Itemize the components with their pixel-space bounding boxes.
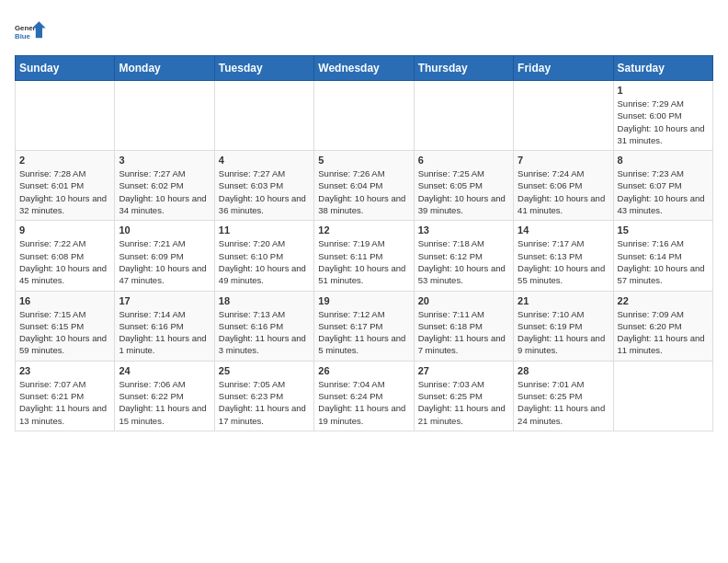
day-info: Sunrise: 7:23 AM Sunset: 6:07 PM Dayligh… [618,167,709,216]
day-number: 2 [19,155,110,166]
calendar-cell: 26Sunrise: 7:04 AM Sunset: 6:24 PM Dayli… [314,361,414,431]
weekday-header-sunday: Sunday [16,56,115,81]
day-number: 4 [219,155,310,166]
day-info: Sunrise: 7:21 AM Sunset: 6:09 PM Dayligh… [119,237,210,286]
day-info: Sunrise: 7:05 AM Sunset: 6:23 PM Dayligh… [219,378,310,427]
day-number: 10 [119,224,210,236]
day-info: Sunrise: 7:20 AM Sunset: 6:10 PM Dayligh… [219,237,310,286]
weekday-header-thursday: Thursday [414,56,513,81]
day-info: Sunrise: 7:09 AM Sunset: 6:20 PM Dayligh… [618,308,709,357]
calendar-cell: 21Sunrise: 7:10 AM Sunset: 6:19 PM Dayli… [514,291,613,361]
week-row-4: 23Sunrise: 7:07 AM Sunset: 6:21 PM Dayli… [16,361,713,431]
day-info: Sunrise: 7:27 AM Sunset: 6:02 PM Dayligh… [119,167,210,216]
day-number: 8 [618,155,709,166]
day-info: Sunrise: 7:28 AM Sunset: 6:01 PM Dayligh… [19,167,110,216]
day-info: Sunrise: 7:07 AM Sunset: 6:21 PM Dayligh… [19,378,110,427]
calendar-cell: 14Sunrise: 7:17 AM Sunset: 6:13 PM Dayli… [514,221,613,291]
week-row-2: 9Sunrise: 7:22 AM Sunset: 6:08 PM Daylig… [16,221,713,291]
weekday-header-tuesday: Tuesday [214,56,313,81]
day-info: Sunrise: 7:16 AM Sunset: 6:14 PM Dayligh… [618,237,709,286]
calendar-cell: 5Sunrise: 7:26 AM Sunset: 6:04 PM Daylig… [314,151,414,221]
day-number: 28 [518,365,609,376]
weekday-header-row: SundayMondayTuesdayWednesdayThursdayFrid… [16,56,713,81]
day-number: 16 [19,295,110,306]
day-number: 26 [318,365,409,376]
calendar-cell: 13Sunrise: 7:18 AM Sunset: 6:12 PM Dayli… [414,221,513,291]
day-info: Sunrise: 7:06 AM Sunset: 6:22 PM Dayligh… [119,378,210,427]
calendar-cell [214,81,313,151]
calendar-cell [514,81,613,151]
calendar-cell: 17Sunrise: 7:14 AM Sunset: 6:16 PM Dayli… [115,291,214,361]
calendar-cell: 16Sunrise: 7:15 AM Sunset: 6:15 PM Dayli… [16,291,115,361]
day-info: Sunrise: 7:17 AM Sunset: 6:13 PM Dayligh… [518,237,609,286]
calendar-cell: 9Sunrise: 7:22 AM Sunset: 6:08 PM Daylig… [16,221,115,291]
day-number: 5 [318,155,409,166]
day-number: 12 [318,224,409,236]
calendar-cell: 22Sunrise: 7:09 AM Sunset: 6:20 PM Dayli… [613,291,712,361]
week-row-3: 16Sunrise: 7:15 AM Sunset: 6:15 PM Dayli… [16,291,713,361]
calendar-cell: 23Sunrise: 7:07 AM Sunset: 6:21 PM Dayli… [16,361,115,431]
day-info: Sunrise: 7:27 AM Sunset: 6:03 PM Dayligh… [219,167,310,216]
day-info: Sunrise: 7:13 AM Sunset: 6:16 PM Dayligh… [219,308,310,357]
day-number: 23 [19,365,110,376]
calendar-cell [414,81,513,151]
day-number: 25 [219,365,310,376]
calendar-cell: 2Sunrise: 7:28 AM Sunset: 6:01 PM Daylig… [16,151,115,221]
day-info: Sunrise: 7:12 AM Sunset: 6:17 PM Dayligh… [318,308,409,357]
day-number: 21 [518,295,609,306]
logo: GeneralBlue [15,15,51,48]
day-info: Sunrise: 7:11 AM Sunset: 6:18 PM Dayligh… [418,308,509,357]
day-info: Sunrise: 7:29 AM Sunset: 6:00 PM Dayligh… [618,98,709,146]
day-info: Sunrise: 7:03 AM Sunset: 6:25 PM Dayligh… [418,378,509,427]
day-number: 27 [418,365,509,376]
day-number: 7 [518,155,609,166]
day-number: 9 [19,224,110,236]
calendar-cell: 3Sunrise: 7:27 AM Sunset: 6:02 PM Daylig… [115,151,214,221]
calendar-cell [613,361,712,431]
calendar-cell: 25Sunrise: 7:05 AM Sunset: 6:23 PM Dayli… [214,361,313,431]
day-info: Sunrise: 7:04 AM Sunset: 6:24 PM Dayligh… [318,378,409,427]
day-number: 15 [618,224,709,236]
calendar-cell: 19Sunrise: 7:12 AM Sunset: 6:17 PM Dayli… [314,291,414,361]
day-info: Sunrise: 7:24 AM Sunset: 6:06 PM Dayligh… [518,167,609,216]
weekday-header-saturday: Saturday [613,56,712,81]
calendar-cell: 4Sunrise: 7:27 AM Sunset: 6:03 PM Daylig… [214,151,313,221]
day-number: 18 [219,295,310,306]
calendar-cell: 27Sunrise: 7:03 AM Sunset: 6:25 PM Dayli… [414,361,513,431]
calendar-cell: 1Sunrise: 7:29 AM Sunset: 6:00 PM Daylig… [613,81,712,151]
calendar-cell: 11Sunrise: 7:20 AM Sunset: 6:10 PM Dayli… [214,221,313,291]
day-number: 19 [318,295,409,306]
day-info: Sunrise: 7:15 AM Sunset: 6:15 PM Dayligh… [19,308,110,357]
day-number: 20 [418,295,509,306]
calendar-cell: 7Sunrise: 7:24 AM Sunset: 6:06 PM Daylig… [514,151,613,221]
calendar-cell: 12Sunrise: 7:19 AM Sunset: 6:11 PM Dayli… [314,221,414,291]
weekday-header-monday: Monday [115,56,214,81]
svg-text:Blue: Blue [15,32,31,40]
day-info: Sunrise: 7:10 AM Sunset: 6:19 PM Dayligh… [518,308,609,357]
day-info: Sunrise: 7:26 AM Sunset: 6:04 PM Dayligh… [318,167,409,216]
calendar-cell [314,81,414,151]
week-row-0: 1Sunrise: 7:29 AM Sunset: 6:00 PM Daylig… [16,81,713,151]
weekday-header-wednesday: Wednesday [314,56,414,81]
calendar-table: SundayMondayTuesdayWednesdayThursdayFrid… [15,55,713,431]
weekday-header-friday: Friday [514,56,613,81]
calendar-cell: 18Sunrise: 7:13 AM Sunset: 6:16 PM Dayli… [214,291,313,361]
day-number: 14 [518,224,609,236]
week-row-1: 2Sunrise: 7:28 AM Sunset: 6:01 PM Daylig… [16,151,713,221]
day-info: Sunrise: 7:19 AM Sunset: 6:11 PM Dayligh… [318,237,409,286]
calendar-cell: 8Sunrise: 7:23 AM Sunset: 6:07 PM Daylig… [613,151,712,221]
day-info: Sunrise: 7:22 AM Sunset: 6:08 PM Dayligh… [19,237,110,286]
day-number: 11 [219,224,310,236]
day-info: Sunrise: 7:14 AM Sunset: 6:16 PM Dayligh… [119,308,210,357]
day-number: 24 [119,365,210,376]
day-number: 6 [418,155,509,166]
calendar-cell: 28Sunrise: 7:01 AM Sunset: 6:25 PM Dayli… [514,361,613,431]
day-info: Sunrise: 7:01 AM Sunset: 6:25 PM Dayligh… [518,378,609,427]
page-header: GeneralBlue [15,15,713,48]
calendar-cell: 6Sunrise: 7:25 AM Sunset: 6:05 PM Daylig… [414,151,513,221]
day-info: Sunrise: 7:25 AM Sunset: 6:05 PM Dayligh… [418,167,509,216]
calendar-cell: 20Sunrise: 7:11 AM Sunset: 6:18 PM Dayli… [414,291,513,361]
calendar-cell: 10Sunrise: 7:21 AM Sunset: 6:09 PM Dayli… [115,221,214,291]
calendar-cell [16,81,115,151]
calendar-cell [115,81,214,151]
